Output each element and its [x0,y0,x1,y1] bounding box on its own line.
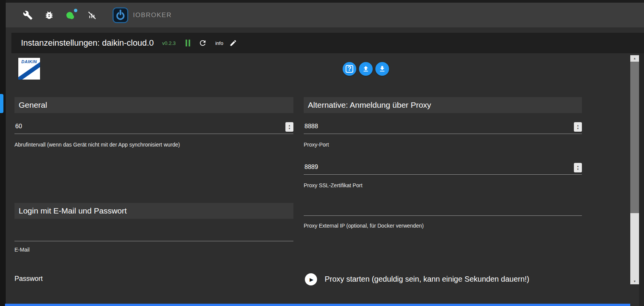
proxy-start-label: Proxy starten (geduldig sein, kann einig… [325,275,529,284]
left-sidebar-strip [0,0,6,306]
top-edge [6,0,644,3]
config-panel: DAIKIN ? General ▲ ▼ Abrufintervall (wen… [11,53,630,304]
ssl-port-field: ▲ ▼ [304,162,582,175]
email-input[interactable] [14,228,293,241]
interval-input[interactable] [14,121,282,134]
upload-config-button[interactable] [359,62,373,76]
section-login: Login mit E-Mail und Passwort [14,203,293,219]
spinner-up-icon[interactable]: ▲ [577,124,579,127]
upload-icon [362,65,370,73]
external-ip-field [304,203,582,216]
external-ip-label: Proxy External IP (optional, für Docker … [304,223,424,229]
left-accent-marker [0,94,3,113]
wrench-icon[interactable] [22,10,33,21]
interval-label: Abrufintervall (wenn das Gerät nicht mit… [14,142,180,148]
play-icon: ▶ [310,277,314,282]
number-spinner[interactable]: ▲ ▼ [285,122,293,132]
top-toolbar: IOBROKER [6,3,644,27]
section-general: General [14,97,293,113]
disconnected-icon[interactable] [87,10,97,21]
spinner-down-icon[interactable]: ▼ [577,168,579,171]
proxy-port-input[interactable] [304,121,570,134]
version-badge: v0.2.3 [162,40,176,46]
section-proxy: Alternative: Anmeldung über Proxy [304,97,582,113]
log-level-label: info [215,40,223,46]
scroll-up-icon[interactable]: ▲ [630,55,639,61]
interval-field: ▲ ▼ [14,121,293,134]
iobroker-logo [112,7,128,23]
help-button[interactable]: ? [343,62,356,76]
brand-text: IOBROKER [133,11,172,19]
daikin-logo-text: DAIKIN [18,59,40,64]
proxy-start-button[interactable]: ▶ [305,273,317,285]
email-label: E-Mail [14,247,30,253]
proxy-port-field: ▲ ▼ [304,121,582,134]
help-icon: ? [346,65,353,73]
edit-pencil-button[interactable] [229,39,237,47]
refresh-button[interactable] [199,39,207,47]
app-window: IOBROKER Instanzeinstellungen: daikin-cl… [0,0,644,306]
email-field [14,228,293,241]
password-label: Passwort [14,275,43,283]
vertical-scrollbar[interactable]: ▲ ▼ [630,55,639,284]
adapter-alive-icon[interactable] [65,10,76,21]
scroll-down-icon[interactable]: ▼ [630,278,639,284]
number-spinner[interactable]: ▲ ▼ [574,163,582,172]
spinner-up-icon[interactable]: ▲ [577,165,579,168]
external-ip-input[interactable] [304,203,582,215]
download-icon [378,65,386,73]
spinner-down-icon[interactable]: ▼ [288,127,291,130]
ssl-port-label: Proxy SSL-Zertifikat Port [304,182,362,188]
daikin-logo: DAIKIN [18,58,40,80]
section-login-title: Login mit E-Mail und Passwort [19,206,127,215]
proxy-port-label: Proxy-Port [304,142,329,148]
scrollbar-thumb[interactable] [630,62,639,213]
notification-dot-icon [74,9,77,12]
pause-button[interactable] [186,40,190,46]
bug-icon[interactable] [44,10,54,21]
spinner-down-icon[interactable]: ▼ [577,127,579,130]
number-spinner[interactable]: ▲ ▼ [574,122,582,132]
instance-header: Instanzeinstellungen: daikin-cloud.0 v0.… [11,33,644,53]
ssl-port-input[interactable] [304,162,570,174]
spinner-up-icon[interactable]: ▲ [288,124,291,127]
page-title: Instanzeinstellungen: daikin-cloud.0 [21,38,154,48]
section-general-title: General [19,100,47,110]
download-config-button[interactable] [375,62,389,76]
right-edge [639,53,644,306]
section-proxy-title: Alternative: Anmeldung über Proxy [308,100,431,110]
bottom-accent-bar [5,304,630,306]
